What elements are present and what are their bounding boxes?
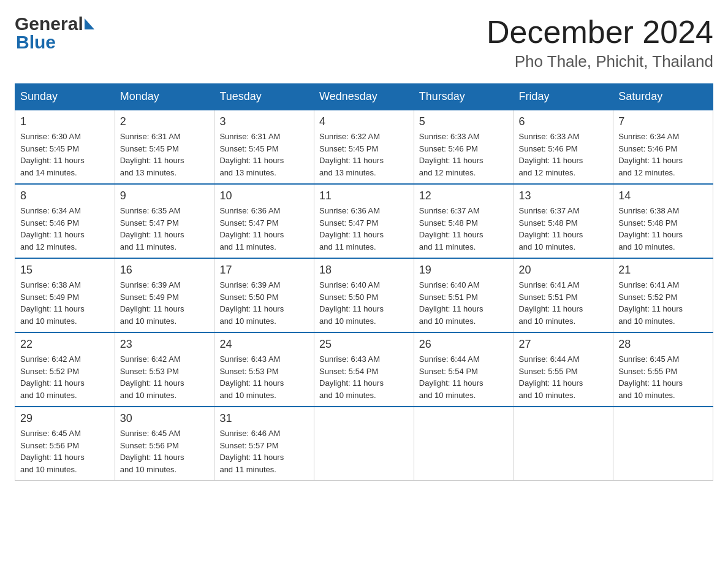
day-number: 29 bbox=[20, 412, 110, 425]
day-info: Sunrise: 6:36 AMSunset: 5:47 PMDaylight:… bbox=[219, 205, 309, 253]
column-header-tuesday: Tuesday bbox=[214, 84, 314, 110]
day-info: Sunrise: 6:41 AMSunset: 5:52 PMDaylight:… bbox=[618, 279, 708, 327]
logo-blue-text: Blue bbox=[15, 33, 56, 52]
calendar-table: SundayMondayTuesdayWednesdayThursdayFrid… bbox=[15, 83, 713, 481]
calendar-day-cell: 22Sunrise: 6:42 AMSunset: 5:52 PMDayligh… bbox=[15, 332, 115, 407]
day-info: Sunrise: 6:34 AMSunset: 5:46 PMDaylight:… bbox=[618, 131, 708, 178]
day-number: 28 bbox=[618, 338, 708, 351]
empty-cell bbox=[414, 407, 514, 481]
calendar-day-cell: 16Sunrise: 6:39 AMSunset: 5:49 PMDayligh… bbox=[115, 258, 214, 332]
page-header: General Blue December 2024 Pho Thale, Ph… bbox=[15, 15, 713, 71]
day-info: Sunrise: 6:34 AMSunset: 5:46 PMDaylight:… bbox=[20, 205, 110, 253]
calendar-day-cell: 11Sunrise: 6:36 AMSunset: 5:47 PMDayligh… bbox=[314, 184, 414, 258]
day-info: Sunrise: 6:41 AMSunset: 5:51 PMDaylight:… bbox=[519, 279, 609, 327]
day-info: Sunrise: 6:31 AMSunset: 5:45 PMDaylight:… bbox=[219, 131, 309, 178]
empty-cell bbox=[613, 407, 713, 481]
title-section: December 2024 Pho Thale, Phichit, Thaila… bbox=[487, 15, 713, 71]
calendar-day-cell: 29Sunrise: 6:45 AMSunset: 5:56 PMDayligh… bbox=[15, 407, 115, 481]
calendar-day-cell: 9Sunrise: 6:35 AMSunset: 5:47 PMDaylight… bbox=[115, 184, 214, 258]
calendar-day-cell: 20Sunrise: 6:41 AMSunset: 5:51 PMDayligh… bbox=[514, 258, 613, 332]
logo-general-text: General bbox=[15, 15, 83, 33]
day-number: 15 bbox=[20, 264, 110, 277]
column-header-sunday: Sunday bbox=[15, 84, 115, 110]
calendar-day-cell: 4Sunrise: 6:32 AMSunset: 5:45 PMDaylight… bbox=[314, 110, 414, 184]
calendar-week-row: 15Sunrise: 6:38 AMSunset: 5:49 PMDayligh… bbox=[15, 258, 713, 332]
day-info: Sunrise: 6:33 AMSunset: 5:46 PMDaylight:… bbox=[519, 131, 609, 178]
calendar-day-cell: 18Sunrise: 6:40 AMSunset: 5:50 PMDayligh… bbox=[314, 258, 414, 332]
day-info: Sunrise: 6:45 AMSunset: 5:56 PMDaylight:… bbox=[120, 427, 210, 475]
calendar-day-cell: 1Sunrise: 6:30 AMSunset: 5:45 PMDaylight… bbox=[15, 110, 115, 184]
column-header-monday: Monday bbox=[115, 84, 214, 110]
day-info: Sunrise: 6:38 AMSunset: 5:49 PMDaylight:… bbox=[20, 279, 110, 327]
calendar-day-cell: 28Sunrise: 6:45 AMSunset: 5:55 PMDayligh… bbox=[613, 332, 713, 407]
day-info: Sunrise: 6:46 AMSunset: 5:57 PMDaylight:… bbox=[219, 427, 309, 475]
calendar-day-cell: 12Sunrise: 6:37 AMSunset: 5:48 PMDayligh… bbox=[414, 184, 514, 258]
calendar-day-cell: 24Sunrise: 6:43 AMSunset: 5:53 PMDayligh… bbox=[214, 332, 314, 407]
day-number: 21 bbox=[618, 264, 708, 277]
logo: General Blue bbox=[15, 15, 94, 52]
empty-cell bbox=[314, 407, 414, 481]
day-info: Sunrise: 6:44 AMSunset: 5:55 PMDaylight:… bbox=[519, 353, 609, 401]
day-number: 8 bbox=[20, 190, 110, 202]
day-number: 26 bbox=[419, 338, 509, 351]
calendar-day-cell: 10Sunrise: 6:36 AMSunset: 5:47 PMDayligh… bbox=[214, 184, 314, 258]
calendar-day-cell: 26Sunrise: 6:44 AMSunset: 5:54 PMDayligh… bbox=[414, 332, 514, 407]
calendar-day-cell: 14Sunrise: 6:38 AMSunset: 5:48 PMDayligh… bbox=[613, 184, 713, 258]
day-number: 4 bbox=[319, 115, 409, 128]
calendar-week-row: 22Sunrise: 6:42 AMSunset: 5:52 PMDayligh… bbox=[15, 332, 713, 407]
calendar-week-row: 8Sunrise: 6:34 AMSunset: 5:46 PMDaylight… bbox=[15, 184, 713, 258]
day-number: 27 bbox=[519, 338, 609, 351]
day-number: 9 bbox=[120, 190, 210, 202]
day-number: 23 bbox=[120, 338, 210, 351]
day-number: 18 bbox=[319, 264, 409, 277]
day-info: Sunrise: 6:44 AMSunset: 5:54 PMDaylight:… bbox=[419, 353, 509, 401]
day-number: 20 bbox=[519, 264, 609, 277]
day-info: Sunrise: 6:36 AMSunset: 5:47 PMDaylight:… bbox=[319, 205, 409, 253]
day-info: Sunrise: 6:40 AMSunset: 5:51 PMDaylight:… bbox=[419, 279, 509, 327]
day-number: 3 bbox=[219, 115, 309, 128]
calendar-day-cell: 30Sunrise: 6:45 AMSunset: 5:56 PMDayligh… bbox=[115, 407, 214, 481]
day-info: Sunrise: 6:31 AMSunset: 5:45 PMDaylight:… bbox=[120, 131, 210, 178]
day-info: Sunrise: 6:33 AMSunset: 5:46 PMDaylight:… bbox=[419, 131, 509, 178]
day-info: Sunrise: 6:32 AMSunset: 5:45 PMDaylight:… bbox=[319, 131, 409, 178]
calendar-day-cell: 21Sunrise: 6:41 AMSunset: 5:52 PMDayligh… bbox=[613, 258, 713, 332]
empty-cell bbox=[514, 407, 613, 481]
calendar-day-cell: 13Sunrise: 6:37 AMSunset: 5:48 PMDayligh… bbox=[514, 184, 613, 258]
day-number: 25 bbox=[319, 338, 409, 351]
column-header-wednesday: Wednesday bbox=[314, 84, 414, 110]
day-info: Sunrise: 6:39 AMSunset: 5:49 PMDaylight:… bbox=[120, 279, 210, 327]
calendar-day-cell: 5Sunrise: 6:33 AMSunset: 5:46 PMDaylight… bbox=[414, 110, 514, 184]
calendar-day-cell: 23Sunrise: 6:42 AMSunset: 5:53 PMDayligh… bbox=[115, 332, 214, 407]
calendar-day-cell: 15Sunrise: 6:38 AMSunset: 5:49 PMDayligh… bbox=[15, 258, 115, 332]
column-header-thursday: Thursday bbox=[414, 84, 514, 110]
calendar-day-cell: 2Sunrise: 6:31 AMSunset: 5:45 PMDaylight… bbox=[115, 110, 214, 184]
day-number: 2 bbox=[120, 115, 210, 128]
day-number: 7 bbox=[618, 115, 708, 128]
day-info: Sunrise: 6:37 AMSunset: 5:48 PMDaylight:… bbox=[419, 205, 509, 253]
day-info: Sunrise: 6:45 AMSunset: 5:56 PMDaylight:… bbox=[20, 427, 110, 475]
day-info: Sunrise: 6:30 AMSunset: 5:45 PMDaylight:… bbox=[20, 131, 110, 178]
day-number: 16 bbox=[120, 264, 210, 277]
day-number: 17 bbox=[219, 264, 309, 277]
day-number: 6 bbox=[519, 115, 609, 128]
day-info: Sunrise: 6:39 AMSunset: 5:50 PMDaylight:… bbox=[219, 279, 309, 327]
day-number: 31 bbox=[219, 412, 309, 425]
calendar-day-cell: 7Sunrise: 6:34 AMSunset: 5:46 PMDaylight… bbox=[613, 110, 713, 184]
calendar-header-row: SundayMondayTuesdayWednesdayThursdayFrid… bbox=[15, 84, 713, 110]
day-number: 1 bbox=[20, 115, 110, 128]
location-title: Pho Thale, Phichit, Thailand bbox=[487, 52, 713, 71]
day-info: Sunrise: 6:42 AMSunset: 5:53 PMDaylight:… bbox=[120, 353, 210, 401]
day-number: 13 bbox=[519, 190, 609, 202]
calendar-day-cell: 8Sunrise: 6:34 AMSunset: 5:46 PMDaylight… bbox=[15, 184, 115, 258]
day-info: Sunrise: 6:45 AMSunset: 5:55 PMDaylight:… bbox=[618, 353, 708, 401]
calendar-day-cell: 3Sunrise: 6:31 AMSunset: 5:45 PMDaylight… bbox=[214, 110, 314, 184]
day-number: 22 bbox=[20, 338, 110, 351]
day-number: 12 bbox=[419, 190, 509, 202]
day-info: Sunrise: 6:38 AMSunset: 5:48 PMDaylight:… bbox=[618, 205, 708, 253]
column-header-friday: Friday bbox=[514, 84, 613, 110]
day-number: 19 bbox=[419, 264, 509, 277]
calendar-day-cell: 25Sunrise: 6:43 AMSunset: 5:54 PMDayligh… bbox=[314, 332, 414, 407]
calendar-day-cell: 27Sunrise: 6:44 AMSunset: 5:55 PMDayligh… bbox=[514, 332, 613, 407]
calendar-week-row: 29Sunrise: 6:45 AMSunset: 5:56 PMDayligh… bbox=[15, 407, 713, 481]
day-number: 30 bbox=[120, 412, 210, 425]
